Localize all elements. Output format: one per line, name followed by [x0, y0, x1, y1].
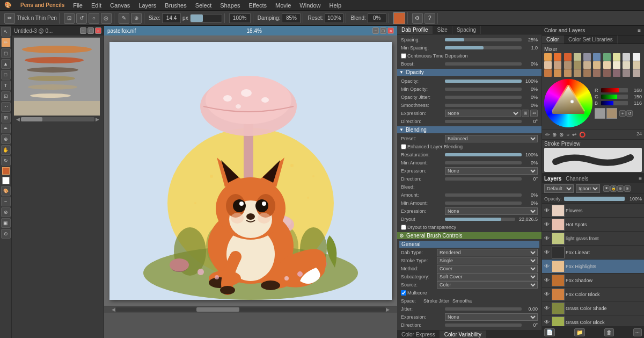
- scroll-right-arrow[interactable]: ▶: [96, 117, 99, 122]
- g-slider[interactable]: [601, 95, 628, 99]
- multicore-checkbox[interactable]: [401, 290, 406, 296]
- color-swatch-0[interactable]: [544, 53, 552, 61]
- blend-mode-select[interactable]: Default: [544, 184, 574, 193]
- color-swatch-15[interactable]: [593, 61, 601, 69]
- min-spacing-slider[interactable]: [445, 46, 522, 50]
- color-swatch-27[interactable]: [613, 69, 620, 77]
- method-select[interactable]: Cover: [437, 265, 538, 272]
- layer-btn-4[interactable]: ⊗: [624, 185, 631, 192]
- color-swatch-19[interactable]: [633, 61, 640, 69]
- scroll-bar[interactable]: [21, 117, 94, 121]
- color-fg-swatch[interactable]: [2, 167, 10, 175]
- color-swatch-21[interactable]: [554, 69, 561, 77]
- color-swatch-11[interactable]: [554, 61, 561, 69]
- layer-eye-8[interactable]: 👁: [543, 319, 551, 326]
- tool-move[interactable]: ↖: [1, 27, 11, 37]
- brush-icon-2[interactable]: ⊕: [551, 131, 558, 138]
- group-layer-btn[interactable]: 📁: [574, 328, 585, 336]
- color-swatch-16[interactable]: [603, 61, 611, 69]
- color-swatch-3[interactable]: [574, 53, 581, 61]
- layer-more-btn[interactable]: ···: [633, 328, 642, 336]
- tab-layers[interactable]: Layers: [544, 176, 561, 182]
- tool-extra2[interactable]: ⊙: [1, 229, 11, 239]
- settings-icon[interactable]: ⚙: [412, 13, 423, 24]
- bleed-min-slider[interactable]: [445, 201, 522, 205]
- zoom-input[interactable]: [229, 13, 251, 23]
- layer-item-4[interactable]: 👁Fox Highlights: [542, 260, 644, 274]
- damping-input[interactable]: [282, 13, 301, 23]
- tool-extra1[interactable]: ▣: [1, 218, 11, 228]
- dryout-trans-checkbox[interactable]: [401, 225, 406, 230]
- gen-expr-select[interactable]: None: [445, 313, 538, 321]
- thumb-maximize[interactable]: □: [87, 27, 94, 34]
- tool-brush[interactable]: ✏: [1, 38, 11, 47]
- dryout-slider[interactable]: [445, 217, 515, 221]
- stroke-type-select[interactable]: Single: [437, 257, 538, 264]
- menu-help[interactable]: Help: [327, 2, 343, 9]
- canvas-minimize[interactable]: −: [372, 27, 379, 34]
- color-swatch-26[interactable]: [603, 69, 611, 77]
- color-wheel[interactable]: [544, 79, 592, 127]
- layer-btn-3[interactable]: ⊕: [617, 185, 624, 192]
- foreground-color[interactable]: [393, 12, 405, 24]
- tool-smudge[interactable]: ~: [1, 197, 11, 206]
- size-slider[interactable]: [190, 14, 222, 23]
- color-swatch-4[interactable]: [583, 53, 591, 61]
- color-bg-swatch[interactable]: [2, 177, 10, 184]
- menu-layers[interactable]: Layers: [136, 2, 158, 9]
- bleed-expr-select[interactable]: None: [445, 207, 538, 215]
- color-swatch-12[interactable]: [564, 61, 572, 69]
- canvas-close[interactable]: ×: [387, 27, 394, 34]
- delete-layer-btn[interactable]: 🗑: [604, 328, 614, 336]
- menu-edit[interactable]: Edit: [89, 2, 104, 9]
- r-slider[interactable]: [601, 88, 628, 92]
- layer-eye-2[interactable]: 👁: [543, 235, 551, 242]
- menu-canvas[interactable]: Canvas: [108, 2, 132, 9]
- tab-dab-profile[interactable]: Dab Profile: [397, 26, 433, 34]
- tool-mixer[interactable]: ⊗: [1, 207, 11, 217]
- brush-edit-icon-2[interactable]: ⊕: [131, 13, 142, 24]
- layer-item-7[interactable]: 👁Grass Color Shade: [542, 301, 644, 315]
- tab-channels[interactable]: Channels: [566, 176, 588, 182]
- tool-zoom[interactable]: ⊕: [1, 134, 11, 144]
- new-layer-btn[interactable]: 📄: [544, 328, 555, 336]
- jitter-slider[interactable]: [445, 307, 522, 311]
- min-amount-slider[interactable]: [445, 161, 522, 165]
- tool-warp[interactable]: ↻: [1, 156, 11, 166]
- subcategory-select[interactable]: Soft Cover: [437, 273, 538, 281]
- info-icon[interactable]: ?: [425, 13, 435, 24]
- layer-eye-0[interactable]: 👁: [543, 207, 551, 214]
- color-icon-1[interactable]: +: [619, 110, 626, 117]
- scroll-thumb[interactable]: [21, 117, 42, 121]
- smoothness-slider[interactable]: [445, 103, 522, 107]
- color-swatch-17[interactable]: [613, 61, 620, 69]
- tool-fill[interactable]: ▲: [1, 59, 11, 69]
- thumb-minimize[interactable]: −: [80, 27, 86, 34]
- layer-btn-1[interactable]: 👁: [603, 185, 610, 192]
- canvas-maximize[interactable]: □: [380, 27, 386, 34]
- blend-input[interactable]: [368, 13, 386, 23]
- tab-spacing[interactable]: Spacing: [452, 26, 481, 34]
- layers-menu-btn[interactable]: ≡: [639, 176, 642, 182]
- tab-color-set[interactable]: Color Set Libraries: [564, 35, 618, 44]
- hscroll-track[interactable]: [115, 307, 386, 312]
- color-swatch-13[interactable]: [574, 61, 581, 69]
- layer-eye-4[interactable]: 👁: [543, 263, 551, 270]
- tab-size[interactable]: Size: [433, 26, 452, 34]
- tool-eyedropper[interactable]: ✒: [1, 124, 11, 133]
- color-swatch-14[interactable]: [583, 61, 591, 69]
- color-swatch-2[interactable]: [564, 53, 572, 61]
- expr-icon1[interactable]: ⊞: [522, 110, 529, 117]
- color-swatch-24[interactable]: [583, 69, 591, 77]
- min-opacity-slider[interactable]: [445, 87, 522, 91]
- b-slider[interactable]: [601, 101, 628, 105]
- tool-select[interactable]: ⊡: [1, 91, 11, 101]
- gen-dir-slider[interactable]: [445, 323, 522, 327]
- color-swatch-1[interactable]: [554, 53, 561, 61]
- current-color-swatch[interactable]: [606, 108, 617, 119]
- layers-opacity-slider[interactable]: [564, 197, 625, 201]
- preset-select[interactable]: Balanced: [445, 135, 538, 142]
- canvas-document[interactable]: [104, 35, 397, 306]
- source-select[interactable]: Color: [437, 281, 538, 289]
- boost-slider[interactable]: [445, 62, 522, 66]
